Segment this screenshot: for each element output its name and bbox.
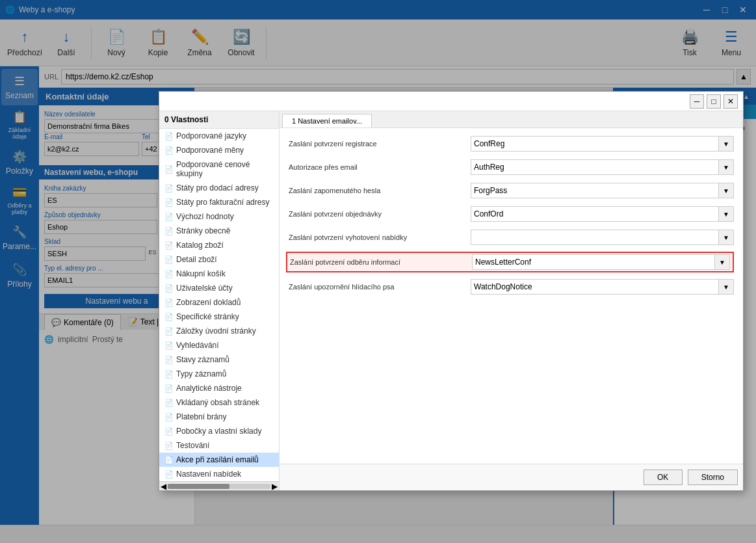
- nav-icon-10: 📄: [164, 270, 174, 278]
- modal-nav: 0 Vlastnosti 📄 Podporované jazyky 📄 Podp…: [159, 111, 280, 490]
- nav-stranky-obecne[interactable]: 📄 Stránky obecně: [159, 224, 279, 238]
- form-input-wrap-3: ForgPass ▼: [471, 183, 734, 198]
- form-dropdown-upozorneni[interactable]: WatchDogNotice: [471, 279, 719, 295]
- storno-button[interactable]: Storno: [688, 470, 738, 485]
- dropdown-btn-2[interactable]: ▼: [718, 159, 734, 175]
- nav-icon-20: 📄: [164, 413, 174, 421]
- nav-icon-8: 📄: [164, 241, 174, 250]
- form-label-zaslani-reg: Zaslání potvrzení registrace: [289, 140, 471, 148]
- form-row-potvrzeni-odb: Zaslání potvrzení odběru informací NewsL…: [286, 252, 734, 272]
- nav-nastaveni-nabidek[interactable]: 📄 Nastavení nabídek: [159, 467, 279, 481]
- nav-icon-9: 📄: [164, 256, 174, 264]
- nav-icon-22: 📄: [164, 442, 174, 450]
- nav-staty-fakturacni[interactable]: 📄 Státy pro fakturační adresy: [159, 195, 279, 209]
- scroll-left-icon: ◀: [161, 482, 166, 491]
- dropdown-btn-6[interactable]: ▼: [714, 254, 730, 270]
- nav-zalozky-uvodni[interactable]: 📄 Záložky úvodní stránky: [159, 324, 279, 338]
- modal-nav-scrollbar[interactable]: ◀ ▶: [159, 481, 279, 490]
- nav-vyhledavani[interactable]: 📄 Vyhledávání: [159, 338, 279, 352]
- nav-icon-18: 📄: [164, 384, 174, 393]
- modal-nav-header: 0 Vlastnosti: [159, 111, 279, 129]
- modal: ─ □ ✕ 0 Vlastnosti 📄 Podporované jazyky …: [159, 91, 744, 491]
- nav-analyticke-nastroje[interactable]: 📄 Analytické nástroje: [159, 381, 279, 395]
- modal-tab-1[interactable]: 1 Nastavení emailov...: [282, 114, 372, 127]
- nav-zobrazeni-dokladu[interactable]: 📄 Zobrazení dokladů: [159, 295, 279, 310]
- nav-icon-19: 📄: [164, 399, 174, 407]
- form-input-wrap-4: ConfOrd ▼: [471, 206, 734, 222]
- ok-button[interactable]: OK: [644, 470, 683, 485]
- nav-pobocky-sklady[interactable]: 📄 Pobočky a vlastní sklady: [159, 424, 279, 438]
- form-dropdown-zapomenute[interactable]: ForgPass: [471, 183, 719, 198]
- nav-icon-15: 📄: [164, 341, 174, 350]
- form-dropdown-zaslani-reg[interactable]: ConfReg: [471, 136, 719, 152]
- modal-min-button[interactable]: ─: [690, 94, 704, 109]
- nav-nakupni-kosik[interactable]: 📄 Nákupní košík: [159, 267, 279, 281]
- nav-uzivatelske-ucty[interactable]: 📄 Uživatelské účty: [159, 281, 279, 295]
- form-row-potvrzeni-obj: Zaslání potvrzení objednávky ConfOrd ▼: [289, 205, 734, 223]
- nav-icon-13: 📄: [164, 313, 174, 321]
- nav-vychozi-hodnoty[interactable]: 📄 Výchozí hodnoty: [159, 209, 279, 224]
- form-input-wrap-5: ▼: [471, 230, 734, 245]
- form-label-potvrzeni-obj: Zaslání potvrzení objednávky: [289, 210, 471, 218]
- nav-detail-zbozi[interactable]: 📄 Detail zboží: [159, 252, 279, 267]
- form-label-potvrzeni-odb: Zaslání potvrzení odběru informací: [290, 258, 472, 266]
- nav-icon-11: 📄: [164, 284, 174, 293]
- nav-podporovane-meny[interactable]: 📄 Podporované měny: [159, 143, 279, 157]
- nav-icon-3: 📄: [164, 165, 174, 174]
- nav-icon-14: 📄: [164, 327, 174, 336]
- form-label-potvrzeni-nab: Zaslání potvrzení vyhotovení nabídky: [289, 233, 471, 241]
- dropdown-btn-4[interactable]: ▼: [718, 206, 734, 222]
- nav-icon-17: 📄: [164, 370, 174, 378]
- nav-icon-7: 📄: [164, 227, 174, 235]
- nav-icon-16: 📄: [164, 356, 174, 364]
- nav-icon-24: 📄: [164, 470, 174, 479]
- form-input-wrap-6: NewsLetterConf ▼: [472, 254, 730, 270]
- scroll-right-icon: ▶: [272, 482, 278, 491]
- nav-icon-12: 📄: [164, 298, 174, 307]
- modal-close-button[interactable]: ✕: [723, 94, 738, 109]
- nav-icon-23: 📄: [164, 456, 174, 464]
- nav-testovani[interactable]: 📄 Testování: [159, 438, 279, 453]
- form-input-wrap-1: ConfReg ▼: [471, 136, 734, 152]
- nav-stavy-zaznamu[interactable]: 📄 Stavy záznamů: [159, 352, 279, 367]
- modal-max-button[interactable]: □: [707, 94, 721, 109]
- modal-nav-scroll[interactable]: 📄 Podporované jazyky 📄 Podporované měny …: [159, 129, 279, 481]
- modal-footer: OK Storno: [280, 464, 743, 490]
- nav-icon-6: 📄: [164, 213, 174, 221]
- dropdown-btn-1[interactable]: ▼: [718, 136, 734, 152]
- form-label-zapomenute: Zaslání zapomenutého hesla: [289, 187, 471, 194]
- modal-content: 1 Nastavení emailov... Zaslání potvrzení…: [280, 111, 743, 490]
- form-row-upozorneni: Zaslání upozornění hlídacího psa WatchDo…: [289, 278, 734, 296]
- nav-icon-21: 📄: [164, 427, 174, 436]
- nav-icon-5: 📄: [164, 198, 174, 207]
- nav-staty-dodaci[interactable]: 📄 Státy pro dodací adresy: [159, 181, 279, 195]
- form-row-zaslani-reg: Zaslání potvrzení registrace ConfReg ▼: [289, 135, 734, 153]
- modal-body: 0 Vlastnosti 📄 Podporované jazyky 📄 Podp…: [159, 111, 743, 490]
- nav-vkladany-obsah[interactable]: 📄 Vkládaný obsah stránek: [159, 395, 279, 410]
- modal-tabs: 1 Nastavení emailov...: [280, 111, 743, 128]
- form-row-potvrzeni-nab: Zaslání potvrzení vyhotovení nabídky ▼: [289, 228, 734, 246]
- nav-akce-zasilani[interactable]: 📄 Akce při zasílání emailů: [159, 453, 279, 467]
- form-dropdown-autorizace[interactable]: AuthReg: [471, 159, 719, 175]
- modal-overlay: ─ □ ✕ 0 Vlastnosti 📄 Podporované jazyky …: [0, 0, 756, 543]
- form-dropdown-potvrzeni-odb[interactable]: NewsLetterConf: [472, 254, 715, 270]
- form-row-autorizace: Autorizace přes email AuthReg ▼: [289, 158, 734, 176]
- modal-title-bar: ─ □ ✕: [159, 92, 743, 111]
- form-label-autorizace: Autorizace přes email: [289, 163, 471, 171]
- nav-typy-zaznamu[interactable]: 📄 Typy záznamů: [159, 367, 279, 381]
- nav-icon-1: 📄: [164, 132, 174, 140]
- nav-podporovane-cen-sk[interactable]: 📄 Podporované cenové skupiny: [159, 157, 279, 181]
- nav-katalog-zbozi[interactable]: 📄 Katalog zboží: [159, 238, 279, 252]
- nav-specificke-stranky[interactable]: 📄 Specifické stránky: [159, 310, 279, 324]
- dropdown-btn-7[interactable]: ▼: [718, 279, 734, 295]
- nav-podporovane-jazyky[interactable]: 📄 Podporované jazyky: [159, 129, 279, 143]
- nav-platebni-brany[interactable]: 📄 Platební brány: [159, 410, 279, 424]
- form-dropdown-potvrzeni-obj[interactable]: ConfOrd: [471, 206, 719, 222]
- form-dropdown-potvrzeni-nab[interactable]: [471, 230, 719, 245]
- form-input-wrap-7: WatchDogNotice ▼: [471, 279, 734, 295]
- form-input-wrap-2: AuthReg ▼: [471, 159, 734, 175]
- nav-icon-4: 📄: [164, 184, 174, 192]
- dropdown-btn-3[interactable]: ▼: [718, 183, 734, 198]
- dropdown-btn-5[interactable]: ▼: [718, 230, 734, 245]
- form-label-upozorneni: Zaslání upozornění hlídacího psa: [289, 283, 471, 291]
